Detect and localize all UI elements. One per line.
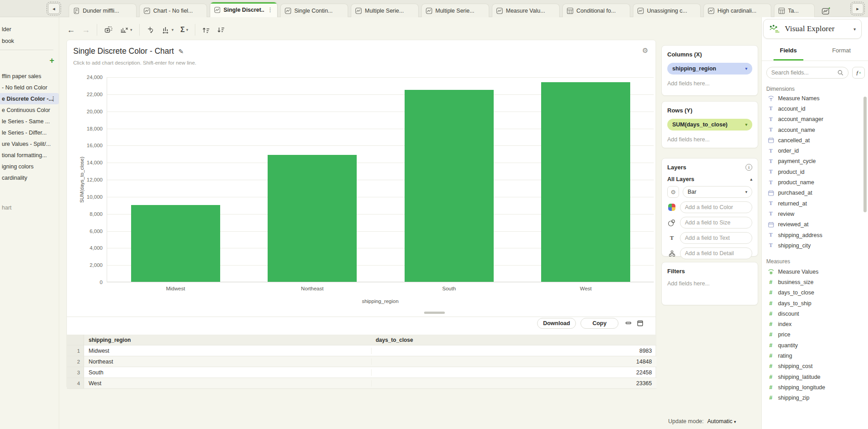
fields-scrollbar-thumb[interactable]: [863, 97, 867, 212]
field-item-order_id[interactable]: Torder_id: [762, 145, 863, 156]
field-item-business_size[interactable]: #business_size: [762, 277, 863, 287]
table-row[interactable]: 4West23365: [67, 378, 656, 389]
rows-add-fields-dropzone[interactable]: Add fields here...: [667, 136, 752, 143]
tab-fields[interactable]: Fields: [762, 44, 815, 61]
tab-multiple-serie[interactable]: Multiple Serie...: [421, 4, 489, 17]
columns-add-fields-dropzone[interactable]: Add fields here...: [667, 80, 752, 87]
add-field-to-detail-dropzone[interactable]: Add a field to Detail: [680, 247, 752, 259]
sidebar-chart-item[interactable]: e Discrete Color -...⋮: [0, 93, 59, 104]
add-field-to-color-dropzone[interactable]: Add a field to Color: [680, 201, 752, 213]
chart-description-placeholder[interactable]: Click to add chart description. Shift-en…: [73, 60, 196, 65]
duplicate-chart-button[interactable]: [104, 26, 113, 34]
sort-ascending-button[interactable]: [202, 27, 210, 33]
bar-size-button[interactable]: ▾: [161, 26, 174, 34]
horizontal-scrollbar-thumb[interactable]: [424, 312, 445, 314]
undo-button[interactable]: ←: [67, 26, 75, 34]
collapse-results-icon[interactable]: [625, 320, 632, 326]
field-item-measure-values[interactable]: Measure Values: [762, 266, 863, 277]
expand-panel-button[interactable]: ▸: [852, 3, 863, 14]
tab-conditional-fo[interactable]: Conditional fo...: [562, 4, 630, 17]
table-row[interactable]: 2Northeast14848: [67, 356, 656, 367]
collapse-sidebar-button[interactable]: ◂: [48, 3, 60, 14]
sidebar-chart-item[interactable]: e Continuous Color: [0, 104, 59, 116]
expand-results-icon[interactable]: [637, 320, 644, 326]
chart-settings-gear-icon[interactable]: ⚙: [642, 47, 648, 55]
tab-menu-kebab-icon[interactable]: ⋮: [267, 7, 273, 13]
table-row[interactable]: 3South22458: [67, 367, 656, 378]
field-item-price[interactable]: #price: [762, 330, 863, 340]
field-item-days_to_ship[interactable]: #days_to_ship: [762, 298, 863, 308]
clear-chart-button[interactable]: ▾: [120, 26, 132, 33]
field-item-product_name[interactable]: Tproduct_name: [762, 177, 863, 187]
field-item-shipping_latitude[interactable]: #shipping_latitude: [762, 372, 863, 382]
tab-unassigning-c[interactable]: Unassigning c...: [633, 4, 701, 17]
tab-ta[interactable]: Ta...: [774, 4, 815, 17]
tab-measure-valu[interactable]: Measure Valu...: [492, 4, 560, 17]
copy-button[interactable]: Copy: [580, 318, 618, 329]
update-mode-select[interactable]: Automatic ▾: [708, 418, 736, 424]
tab-single-discret[interactable]: Single Discret...⋮: [210, 2, 278, 17]
sidebar-chart-item[interactable]: - No field on Color: [0, 82, 59, 93]
field-item-returned_at[interactable]: Treturned_at: [762, 198, 863, 209]
field-item-days_to_close[interactable]: #days_to_close: [762, 288, 863, 298]
sidebar-chart-item[interactable]: fflin paper sales: [0, 70, 59, 82]
column-header[interactable]: shipping_region: [84, 337, 371, 343]
field-item-shipping_address[interactable]: Tshipping_address: [762, 230, 863, 240]
sidebar-chart-item[interactable]: tional formatting...: [0, 149, 59, 161]
tab-format[interactable]: Format: [815, 44, 868, 61]
chart-title[interactable]: Single Discrete Color - Chart: [73, 47, 174, 56]
aggregate-button[interactable]: Σ ▾: [180, 26, 188, 34]
add-field-to-text-dropzone[interactable]: Add a field to Text: [680, 232, 752, 244]
sidebar-item-truncated[interactable]: hart: [0, 202, 59, 213]
tab-multiple-serie[interactable]: Multiple Serie...: [351, 4, 419, 17]
filters-add-fields-dropzone[interactable]: Add fields here...: [667, 280, 752, 287]
columns-field-pill[interactable]: shipping_region ▾: [667, 63, 752, 75]
chart-type-select[interactable]: Bar ▾: [683, 186, 752, 198]
redo-button[interactable]: →: [82, 26, 90, 34]
tab-chart-no-fiel[interactable]: Chart - No fiel...: [139, 4, 207, 17]
bar-south[interactable]: [405, 90, 494, 282]
visual-explorer-menu[interactable]: Visual Explorer ▾: [763, 19, 862, 39]
tab-dunder-miffli[interactable]: Dunder miffli...: [69, 4, 137, 17]
add-field-to-size-dropzone[interactable]: Add a field to Size: [680, 217, 752, 228]
sidebar-nav-item[interactable]: lder: [0, 23, 59, 35]
bar-northeast[interactable]: [268, 155, 357, 282]
search-fields-input[interactable]: Search fields...: [766, 67, 849, 79]
tab-high-cardinali[interactable]: High cardinali...: [703, 4, 771, 17]
sidebar-chart-item[interactable]: le Series - Differ...: [0, 127, 59, 138]
field-item-shipping_cost[interactable]: #shipping_cost: [762, 361, 863, 372]
info-icon[interactable]: i: [745, 164, 752, 171]
all-layers-row[interactable]: All Layers ▴: [667, 176, 752, 182]
field-item-measure-names[interactable]: Measure Names: [762, 93, 863, 103]
field-item-review[interactable]: Treview: [762, 209, 863, 219]
field-item-shipping_longitude[interactable]: #shipping_longitude: [762, 382, 863, 392]
add-chart-button[interactable]: +: [49, 56, 54, 65]
sidebar-chart-item[interactable]: ure Values - Split/...: [0, 138, 59, 149]
field-item-product_id[interactable]: Tproduct_id: [762, 167, 863, 177]
sidebar-chart-item[interactable]: igning colors: [0, 161, 59, 172]
field-item-account_id[interactable]: Taccount_id: [762, 103, 863, 114]
swap-axes-button[interactable]: [146, 26, 155, 34]
tab-single-contin[interactable]: Single Contin...: [280, 4, 348, 17]
bar-west[interactable]: [541, 82, 630, 282]
field-item-index[interactable]: #index: [762, 319, 863, 329]
field-item-payment_cycle[interactable]: Tpayment_cycle: [762, 156, 863, 167]
field-item-shipping_city[interactable]: Tshipping_city: [762, 240, 863, 251]
edit-title-icon[interactable]: ✎: [179, 48, 184, 55]
field-item-quantity[interactable]: #quantity: [762, 340, 863, 350]
new-chart-tab-button[interactable]: [817, 5, 835, 17]
field-item-account_name[interactable]: Taccount_name: [762, 125, 863, 135]
bar-midwest[interactable]: [131, 205, 220, 282]
field-item-purchased_at[interactable]: purchased_at: [762, 188, 863, 198]
new-calculated-field-button[interactable]: ƒ+: [852, 67, 865, 79]
sidebar-chart-item[interactable]: le Series - Same ...: [0, 116, 59, 127]
sort-descending-button[interactable]: [217, 27, 225, 33]
field-item-discount[interactable]: #discount: [762, 308, 863, 319]
layer-settings-gear-icon[interactable]: ⚙: [667, 186, 679, 198]
field-item-cancelled_at[interactable]: cancelled_at: [762, 135, 863, 145]
rows-field-pill[interactable]: SUM(days_to_close) ▾: [667, 119, 752, 131]
sidebar-chart-item[interactable]: cardinality: [0, 172, 59, 183]
table-row[interactable]: 1Midwest8983: [67, 345, 656, 356]
field-item-rating[interactable]: #rating: [762, 350, 863, 361]
sidebar-nav-item[interactable]: book: [0, 35, 59, 47]
